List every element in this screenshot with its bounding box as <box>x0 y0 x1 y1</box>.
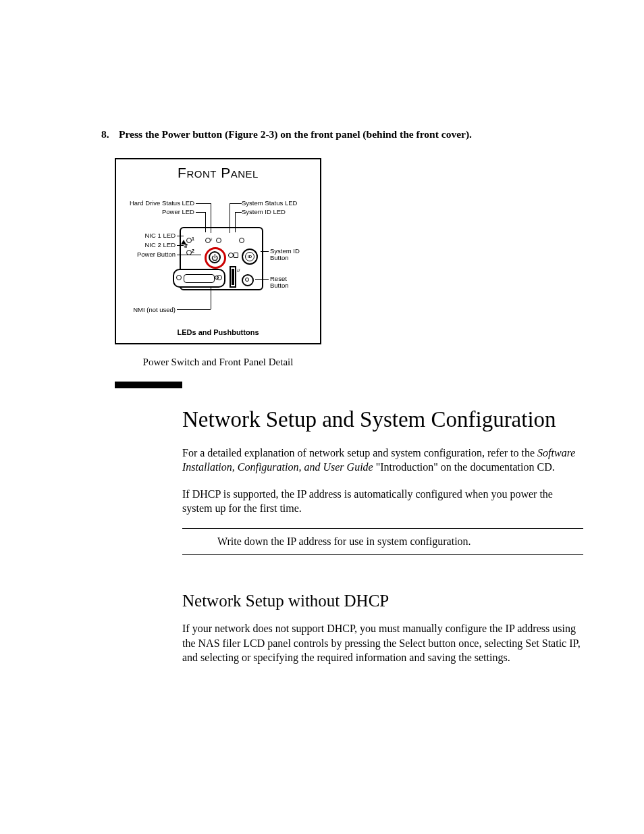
step-number: 8. <box>101 128 119 140</box>
small-led-icon <box>228 253 234 258</box>
nic1-num: 1 <box>192 236 194 241</box>
leader-line <box>177 309 211 310</box>
label-system-status-led: System Status LED <box>242 200 297 207</box>
label-power-led: Power LED <box>162 209 194 215</box>
power-button-highlight: ⏻ <box>205 247 226 269</box>
figure-wrapper: Front Panel Hard Drive Status LED Power … <box>115 158 583 368</box>
nic1-led-icon <box>186 238 192 243</box>
label-system-id-led: System ID LED <box>242 209 286 215</box>
warning-icon <box>181 228 186 244</box>
bulb-icon: ♀ <box>209 236 213 242</box>
label-system-id-button: System ID Button <box>270 248 300 262</box>
power-icon: ⏻ <box>209 251 221 263</box>
p1-part-a: For a detailed explanation of network se… <box>182 447 537 459</box>
label-nic2-led: NIC 2 LED <box>145 242 176 249</box>
leader-line <box>196 212 205 213</box>
status-led-icon <box>239 238 244 243</box>
leader-line <box>230 203 242 204</box>
nic2-led-icon <box>186 250 192 255</box>
hdd-led-icon <box>216 238 221 243</box>
nmi-dot-icon <box>215 276 219 280</box>
reset-button-icon <box>242 274 254 286</box>
subsection-paragraph-1: If your network does not support DHCP, y… <box>182 621 581 665</box>
leader-line <box>235 212 242 213</box>
p1-part-b: "Introduction" on the documentation CD. <box>373 461 555 473</box>
id-text: ID <box>245 252 254 261</box>
section-paragraph-1: For a detailed explanation of network se… <box>182 446 581 475</box>
figure-title: Front Panel <box>116 165 320 181</box>
nic2-num: 2 <box>192 249 194 253</box>
step-8: 8. Press the Power button (Figure 2-3) o… <box>101 128 583 140</box>
system-id-button-icon: ID <box>242 249 258 265</box>
section-heading: Network Setup and System Configuration <box>182 407 583 434</box>
front-panel-figure: Front Panel Hard Drive Status LED Power … <box>115 158 321 344</box>
leader-line <box>196 203 211 204</box>
label-nmi: NMI (not used) <box>133 307 176 313</box>
note-box: Write down the IP address for use in sys… <box>182 528 583 555</box>
figure-footer: LEDs and Pushbuttons <box>116 328 320 336</box>
label-nic1-led: NIC 1 LED <box>145 232 176 239</box>
section-paragraph-2: If DHCP is supported, the IP address is … <box>182 487 581 516</box>
label-hard-drive-led: Hard Drive Status LED <box>130 200 194 207</box>
figure-caption: Power Switch and Front Panel Detail <box>115 357 321 368</box>
device-outline: 1 2 ⇵ ♀ ⏻ ID // <box>180 227 263 290</box>
slot-icon <box>230 266 236 288</box>
small-led-icon <box>234 253 238 258</box>
nic-glyph-icon: ⇵ <box>184 243 188 249</box>
tick-mark: // <box>237 267 240 273</box>
subsection-heading: Network Setup without DHCP <box>182 592 583 610</box>
label-power-button: Power Button <box>137 251 176 258</box>
step-text: Press the Power button (Figure 2-3) on t… <box>119 128 583 140</box>
label-reset-button: Reset Button <box>270 276 288 290</box>
